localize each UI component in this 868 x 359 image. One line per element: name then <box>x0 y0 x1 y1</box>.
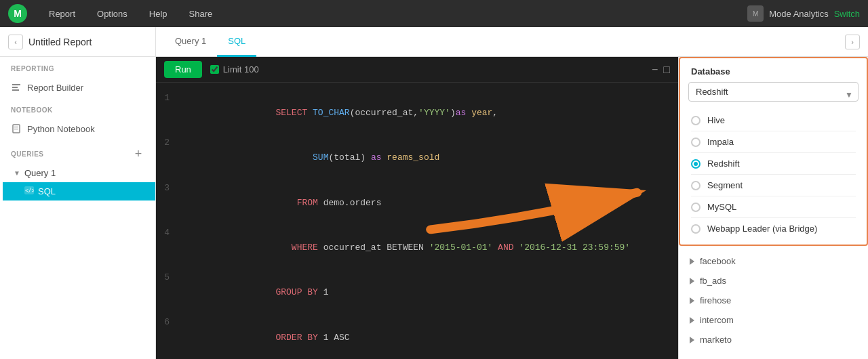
sidebar: ‹ Untitled Report REPORTING Report Build… <box>0 27 156 359</box>
db-tree-label-marketo: marketo <box>700 335 732 345</box>
report-builder-label: Report Builder <box>27 83 83 93</box>
tab-nav-forward[interactable]: › <box>845 35 860 49</box>
nav-brand-text: Mode Analytics <box>769 9 828 19</box>
sql-label: SQL <box>38 186 56 196</box>
db-section-header: Database <box>680 58 867 82</box>
svg-rect-2 <box>12 89 19 91</box>
radio-webapp <box>691 224 701 234</box>
top-nav: M Report Options Help Share M Mode Analy… <box>0 0 868 27</box>
db-dropdown-section: Database Redshift Hive Impala Segment My… <box>679 57 868 246</box>
nav-right: M Mode Analytics Switch <box>747 5 860 22</box>
tab-query1[interactable]: Query 1 <box>164 27 217 57</box>
limit-label: Limit 100 <box>223 64 259 75</box>
db-option-segment[interactable]: Segment <box>680 175 867 196</box>
nav-options[interactable]: Options <box>86 0 138 27</box>
radio-mysql <box>691 203 701 212</box>
python-notebook-label: Python Notebook <box>27 124 95 134</box>
db-option-label-hive: Hive <box>707 115 725 125</box>
nav-items: Report Options Help Share <box>38 0 747 27</box>
report-title: Untitled Report <box>28 37 92 47</box>
db-option-webapp[interactable]: Webapp Leader (via Bridge) <box>680 218 867 239</box>
code-editor[interactable]: Run Limit 100 − □ 1 SELE <box>156 57 678 359</box>
query-chevron: ▼ <box>14 169 20 177</box>
nav-switch-btn[interactable]: Switch <box>834 9 860 19</box>
add-query-button[interactable]: + <box>132 148 144 160</box>
tab-sql[interactable]: SQL <box>217 27 256 57</box>
db-option-label-redshift: Redshift <box>707 159 740 169</box>
db-tree-item-firehose[interactable]: firehose <box>679 291 868 310</box>
db-option-impala[interactable]: Impala <box>680 131 867 152</box>
minimize-button[interactable]: − <box>652 64 658 76</box>
main-layout: ‹ Untitled Report REPORTING Report Build… <box>0 27 868 359</box>
query-parent-label: Query 1 <box>24 168 56 178</box>
tri-facebook <box>690 258 694 265</box>
db-option-mysql[interactable]: MySQL <box>680 196 867 217</box>
db-tree-item-intercom[interactable]: intercom <box>679 310 868 330</box>
tri-intercom <box>690 317 694 324</box>
sidebar-header: ‹ Untitled Report <box>0 27 155 57</box>
db-options-list: Hive Impala Redshift <box>680 107 867 245</box>
nav-report[interactable]: Report <box>38 0 86 27</box>
db-tree-section: facebook fb_ads firehose intercom <box>679 246 868 350</box>
svg-rect-0 <box>12 84 20 85</box>
maximize-button[interactable]: □ <box>663 64 670 76</box>
svg-rect-1 <box>12 87 18 88</box>
sql-icon: </> <box>24 186 34 196</box>
reporting-section-label: REPORTING <box>0 57 155 77</box>
logo: M <box>8 4 27 23</box>
db-option-label-webapp: Webapp Leader (via Bridge) <box>707 224 817 234</box>
code-line-3: 3 FROM demo.orders <box>156 181 678 226</box>
db-select[interactable]: Redshift Hive Impala Segment MySQL <box>688 82 859 102</box>
editor-toolbar: Run Limit 100 − □ <box>156 57 678 83</box>
db-option-label-impala: Impala <box>707 137 734 147</box>
report-builder-icon <box>11 82 22 93</box>
query-parent[interactable]: ▼ Query 1 <box>3 164 155 182</box>
tri-marketo <box>690 337 694 343</box>
code-line-5: 5 GROUP BY 1 <box>156 270 678 315</box>
radio-segment <box>691 181 701 190</box>
sidebar-item-report-builder[interactable]: Report Builder <box>0 77 155 98</box>
db-select-wrapper: Redshift Hive Impala Segment MySQL ▼ <box>680 82 867 107</box>
code-line-6: 6 ORDER BY 1 ASC <box>156 315 678 359</box>
notebook-icon <box>11 123 22 134</box>
db-tree-item-facebook[interactable]: facebook <box>679 251 868 271</box>
code-line-2: 2 SUM(total) as reams_sold <box>156 135 678 180</box>
sidebar-back-btn[interactable]: ‹ <box>8 35 23 49</box>
radio-redshift <box>691 159 701 169</box>
limit-check[interactable]: Limit 100 <box>210 64 259 75</box>
query-child-sql[interactable]: </> SQL <box>3 182 155 200</box>
db-option-redshift[interactable]: Redshift <box>680 153 867 174</box>
svg-rect-4 <box>14 127 18 127</box>
db-tree-item-fb-ads[interactable]: fb_ads <box>679 271 868 291</box>
code-line-1: 1 SELECT TO_CHAR(occurred_at,'YYYY')as y… <box>156 91 678 135</box>
svg-text:</>: </> <box>25 188 34 194</box>
nav-share[interactable]: Share <box>178 0 224 27</box>
radio-impala <box>691 138 701 147</box>
editor-container: Run Limit 100 − □ 1 SELE <box>156 57 868 359</box>
tri-firehose <box>690 297 694 304</box>
db-tree-label-firehose: firehose <box>700 295 731 305</box>
tri-fb-ads <box>690 278 694 284</box>
queries-section-header: QUERIES + <box>0 140 155 164</box>
sidebar-item-python-notebook[interactable]: Python Notebook <box>0 118 155 140</box>
queries-label: QUERIES <box>11 150 44 158</box>
svg-rect-5 <box>14 129 18 129</box>
db-tree-label-fb-ads: fb_ads <box>700 276 726 286</box>
db-option-hive[interactable]: Hive <box>680 110 867 131</box>
db-tree-label-intercom: intercom <box>700 315 734 325</box>
db-option-label-mysql: MySQL <box>707 202 736 212</box>
radio-hive <box>691 116 701 125</box>
mode-logo: M <box>747 5 764 22</box>
limit-checkbox[interactable] <box>210 65 219 74</box>
notebook-section-label: NOTEBOOK <box>0 98 155 118</box>
database-panel: Database Redshift Hive Impala Segment My… <box>678 57 868 359</box>
query-group: ▼ Query 1 </> SQL <box>0 164 155 200</box>
code-area[interactable]: 1 SELECT TO_CHAR(occurred_at,'YYYY')as y… <box>156 83 678 359</box>
editor-controls: − □ <box>652 64 670 76</box>
db-tree-item-marketo[interactable]: marketo <box>679 330 868 350</box>
nav-help[interactable]: Help <box>138 0 178 27</box>
run-button[interactable]: Run <box>164 61 202 78</box>
tabs-bar: Query 1 SQL › <box>156 27 868 57</box>
main-content: Query 1 SQL › Run Limit 100 − □ <box>156 27 868 359</box>
code-line-4: 4 WHERE occurred_at BETWEEN '2015-01-01'… <box>156 226 678 270</box>
